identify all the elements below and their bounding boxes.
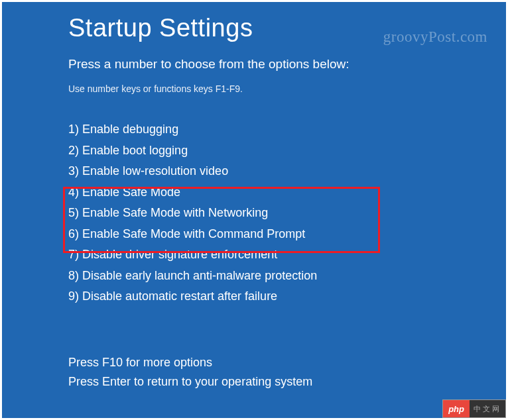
watermark-text: groovyPost.com (383, 28, 487, 46)
option-7[interactable]: 7) Disable driver signature enforcement (68, 244, 440, 266)
options-list: 1) Enable debugging 2) Enable boot loggi… (68, 119, 440, 307)
hint-text: Use number keys or functions keys F1-F9. (68, 83, 440, 94)
option-4[interactable]: 4) Enable Safe Mode (68, 182, 440, 203)
option-2[interactable]: 2) Enable boot logging (68, 140, 440, 162)
option-8[interactable]: 8) Disable early launch anti-malware pro… (68, 266, 440, 287)
badge-php-label: php (443, 400, 470, 417)
footer-line-1: Press F10 for more options (68, 353, 312, 372)
footer-instructions: Press F10 for more options Press Enter t… (68, 353, 312, 392)
option-6[interactable]: 6) Enable Safe Mode with Command Prompt (68, 224, 440, 245)
footer-line-2: Press Enter to return to your operating … (68, 372, 312, 392)
option-1[interactable]: 1) Enable debugging (68, 119, 440, 140)
subtitle-text: Press a number to choose from the option… (68, 57, 440, 72)
option-9[interactable]: 9) Disable automatic restart after failu… (68, 286, 440, 307)
startup-settings-screen: Startup Settings groovyPost.com Press a … (2, 2, 506, 418)
source-badge: php 中文网 (442, 399, 506, 418)
option-3[interactable]: 3) Enable low-resolution video (68, 161, 440, 182)
option-5[interactable]: 5) Enable Safe Mode with Networking (68, 203, 440, 224)
badge-cn-label: 中文网 (470, 400, 505, 417)
